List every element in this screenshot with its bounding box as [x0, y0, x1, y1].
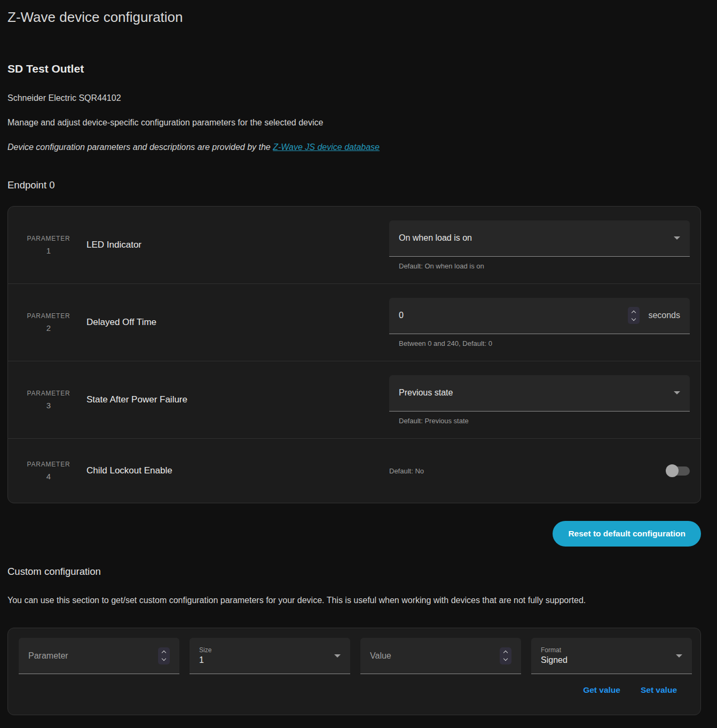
parameter-number: 2 [27, 323, 70, 333]
parameter-row-4: PARAMETER 4 Child Lockout Enable Default… [8, 439, 700, 503]
parameter-label: PARAMETER [27, 390, 70, 397]
parameter-row-2: PARAMETER 2 Delayed Off Time seconds Bet… [8, 284, 700, 361]
stepper-up-icon[interactable] [162, 651, 166, 655]
page-description: Manage and adjust device-specific config… [7, 117, 701, 128]
custom-value-input[interactable] [370, 651, 500, 661]
select-value: Previous state [399, 388, 453, 398]
set-value-button[interactable]: Set value [634, 681, 683, 699]
state-after-power-failure-select[interactable]: Previous state [389, 375, 690, 412]
chevron-down-icon [676, 654, 682, 658]
endpoint-card: PARAMETER 1 LED Indicator On when load i… [7, 206, 701, 503]
parameter-name: State After Power Failure [86, 394, 389, 405]
custom-format-select[interactable]: Format Signed [531, 638, 692, 674]
device-name: SD Test Outlet [7, 62, 701, 76]
helper-text: Between 0 and 240, Default: 0 [389, 339, 690, 347]
page-title: Z-Wave device configuration [7, 9, 701, 26]
parameter-label: PARAMETER [27, 312, 70, 320]
select-value: 1 [199, 655, 211, 665]
led-indicator-select[interactable]: On when load is on [389, 220, 690, 257]
parameter-name: Delayed Off Time [86, 317, 389, 328]
parameter-row-3: PARAMETER 3 State After Power Failure Pr… [8, 361, 700, 439]
helper-text: Default: Previous state [389, 417, 690, 425]
delayed-off-time-input[interactable] [399, 311, 628, 320]
chevron-down-icon [334, 654, 341, 658]
number-stepper[interactable] [500, 647, 511, 664]
stepper-up-icon[interactable] [632, 310, 636, 314]
custom-value-field[interactable] [360, 638, 521, 674]
chevron-down-icon [674, 236, 680, 240]
parameter-row-1: PARAMETER 1 LED Indicator On when load i… [8, 207, 700, 284]
stepper-down-icon[interactable] [162, 656, 166, 661]
custom-parameter-input[interactable] [28, 651, 158, 661]
select-value: On when load is on [399, 233, 472, 243]
database-note: Device configuration parameters and desc… [7, 142, 701, 153]
parameter-label: PARAMETER [27, 461, 70, 468]
custom-config-description: You can use this section to get/set cust… [7, 595, 701, 606]
select-value: Signed [541, 655, 568, 665]
custom-config-heading: Custom configuration [7, 566, 701, 577]
stepper-up-icon[interactable] [503, 651, 508, 655]
device-model: Schneider Electric SQR44102 [7, 93, 701, 104]
field-label: Format [541, 646, 568, 654]
database-note-text: Device configuration parameters and desc… [7, 143, 273, 152]
custom-parameter-field[interactable] [19, 638, 179, 674]
helper-text: Default: On when load is on [389, 262, 690, 270]
get-value-button[interactable]: Get value [577, 681, 627, 699]
stepper-down-icon[interactable] [632, 316, 636, 320]
custom-config-card: Size 1 Format [7, 628, 701, 715]
parameter-number: 3 [27, 401, 70, 410]
zwave-db-link[interactable]: Z-Wave JS device database [273, 143, 380, 152]
number-stepper[interactable] [158, 647, 170, 664]
endpoint-heading: Endpoint 0 [7, 179, 701, 191]
parameter-name: Child Lockout Enable [86, 465, 389, 476]
field-label: Size [199, 646, 211, 654]
toggle-thumb [666, 464, 679, 477]
helper-text: Default: No [389, 467, 424, 475]
reset-to-default-button[interactable]: Reset to default configuration [553, 521, 701, 547]
parameter-name: LED Indicator [86, 240, 389, 250]
custom-size-select[interactable]: Size 1 [190, 638, 350, 674]
parameter-number: 4 [27, 472, 70, 481]
parameter-label: PARAMETER [27, 235, 70, 242]
stepper-down-icon[interactable] [503, 656, 508, 661]
number-stepper[interactable] [628, 307, 640, 324]
parameter-number: 1 [27, 246, 70, 255]
delayed-off-time-field[interactable]: seconds [389, 298, 690, 334]
unit-suffix: seconds [648, 311, 680, 320]
zwave-config-page: Z-Wave device configuration SD Test Outl… [0, 0, 717, 715]
chevron-down-icon [674, 391, 680, 394]
child-lockout-toggle[interactable] [666, 464, 690, 477]
